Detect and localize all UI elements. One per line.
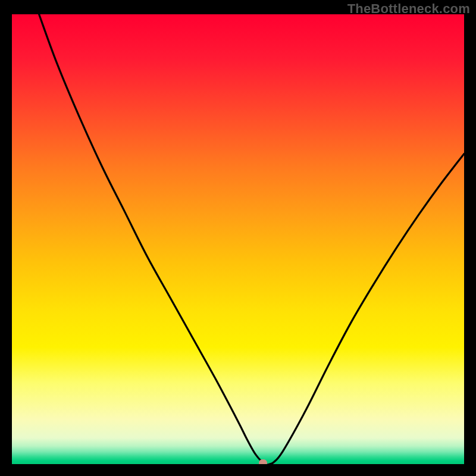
watermark-text: TheBottleneck.com <box>347 1 470 17</box>
bottleneck-curve <box>12 14 464 464</box>
chart-frame: TheBottleneck.com <box>0 0 476 476</box>
plot-area <box>12 14 464 464</box>
minimum-marker <box>259 459 267 464</box>
